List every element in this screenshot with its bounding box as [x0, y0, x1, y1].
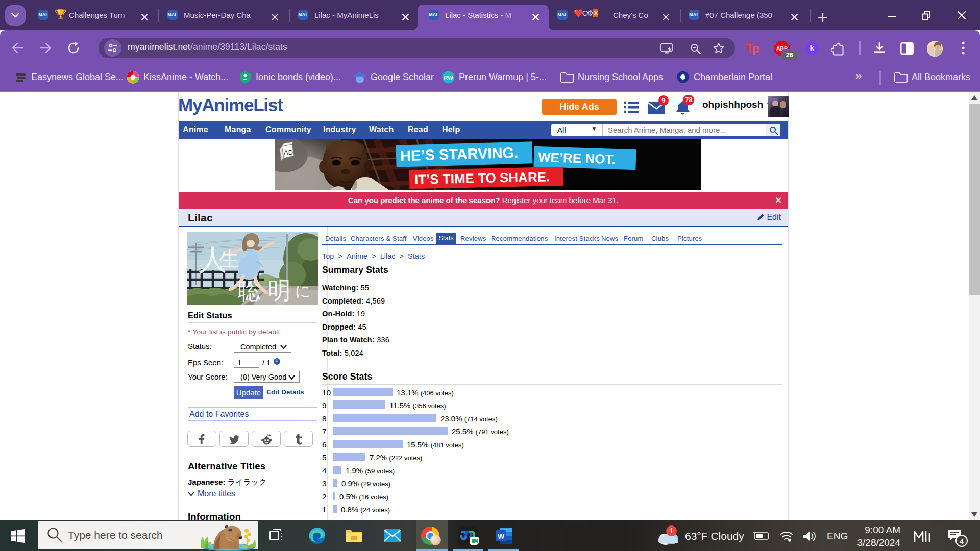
- svg-text:生: 生: [219, 247, 239, 270]
- svg-text:明: 明: [267, 278, 291, 304]
- svg-text:に: に: [295, 283, 311, 299]
- svg-text:RW: RW: [444, 74, 453, 81]
- svg-text:聡: 聡: [237, 278, 261, 304]
- svg-text:AD: AD: [284, 148, 293, 156]
- svg-text:W: W: [498, 532, 505, 540]
